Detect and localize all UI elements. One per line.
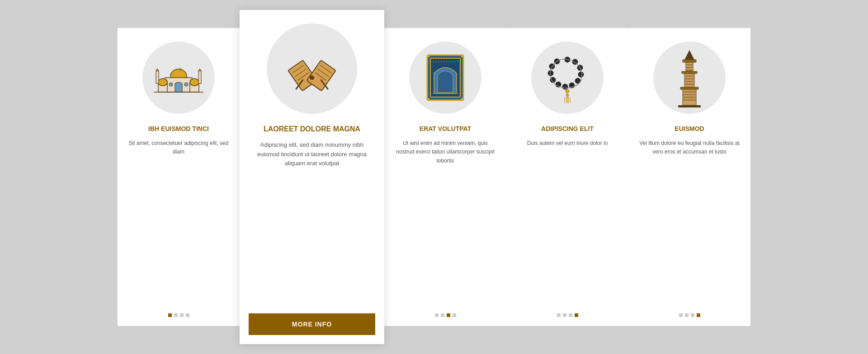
dot-3-2 [441, 313, 444, 317]
svg-rect-63 [684, 81, 694, 82]
card-1-title: IBH EUISMOD TINCI [148, 125, 209, 133]
svg-point-22 [310, 75, 314, 80]
minaret-icon [674, 48, 705, 107]
svg-point-10 [169, 83, 173, 86]
card-3-icon-circle [409, 42, 481, 114]
svg-rect-28 [461, 55, 463, 57]
card-5-dots [679, 313, 700, 317]
svg-line-52 [570, 97, 571, 102]
svg-rect-71 [678, 105, 701, 107]
svg-rect-30 [461, 98, 463, 100]
svg-rect-7 [198, 71, 201, 84]
dot-5-3 [691, 313, 694, 317]
card-2: LAOREET DOLORE MAGNA Adipiscing elit, se… [240, 10, 384, 344]
svg-rect-67 [683, 91, 696, 93]
dot-5-1 [679, 313, 683, 317]
card-2-text: Adipiscing elit, sed diam nonummy nibh e… [249, 140, 375, 304]
card-1-dots [168, 313, 189, 317]
card-5-icon-circle [653, 42, 726, 114]
card-4-title: ADIPISCING ELIT [541, 125, 594, 133]
dot-1-4 [186, 313, 189, 317]
svg-rect-58 [686, 70, 693, 71]
cards-container: ☽ IBH EUISMOD TINCI Sit amet, consectetu… [118, 19, 750, 335]
svg-point-39 [562, 84, 568, 89]
svg-point-5 [190, 79, 199, 86]
more-info-button[interactable]: MORE INFO [249, 313, 375, 335]
svg-rect-56 [686, 64, 693, 65]
dot-1-2 [174, 313, 178, 317]
card-3-dots [435, 313, 456, 317]
svg-point-46 [566, 89, 569, 93]
svg-point-36 [578, 72, 584, 77]
svg-line-51 [568, 97, 569, 103]
card-2-icon-circle [267, 23, 357, 114]
svg-text:☽: ☽ [178, 67, 182, 72]
dot-3-3 [447, 313, 450, 317]
dot-4-3 [569, 313, 572, 317]
svg-rect-27 [427, 55, 429, 57]
svg-rect-62 [684, 78, 694, 79]
dot-4-4 [575, 313, 578, 317]
dot-4-2 [563, 313, 566, 317]
dot-3-4 [453, 313, 456, 317]
svg-rect-70 [683, 99, 696, 101]
quran-icon [280, 44, 344, 93]
svg-point-47 [566, 94, 569, 97]
svg-line-48 [564, 97, 565, 102]
card-1-icon-circle: ☽ [142, 42, 215, 114]
dot-4-1 [557, 313, 561, 317]
card-5-title: EUISMOD [675, 125, 704, 133]
dot-1-1 [168, 313, 172, 317]
svg-marker-53 [685, 51, 694, 60]
prayer-mat-icon [425, 53, 466, 102]
card-4-dots [557, 313, 578, 317]
svg-rect-61 [684, 75, 694, 77]
svg-rect-59 [682, 71, 697, 74]
svg-rect-6 [156, 71, 159, 84]
card-3-title: ERAT VOLUTPAT [420, 125, 471, 133]
svg-point-11 [184, 83, 188, 86]
svg-line-49 [566, 97, 566, 103]
dot-5-2 [685, 313, 689, 317]
card-3: ERAT VOLUTPAT Ut wisi enim ad minim veni… [384, 28, 506, 326]
svg-rect-69 [683, 97, 696, 98]
svg-rect-57 [686, 67, 693, 68]
svg-rect-54 [683, 60, 696, 62]
svg-rect-29 [427, 98, 429, 100]
card-4-icon-circle [531, 42, 604, 114]
card-4-text: Duis autem vel eum iriure dolor in [527, 139, 608, 304]
card-2-title: LAOREET DOLORE MAGNA [264, 125, 360, 134]
card-1-text: Sit amet, consectetuer adipiscing elit, … [127, 139, 231, 304]
svg-point-4 [158, 79, 167, 86]
card-5-text: Vel illum dolore eu feugiat nulla facili… [637, 139, 741, 304]
svg-marker-8 [156, 69, 159, 71]
card-5: EUISMOD Vel illum dolore eu feugiat null… [628, 28, 750, 326]
svg-rect-65 [680, 87, 698, 89]
svg-rect-64 [684, 84, 694, 85]
svg-rect-68 [683, 94, 696, 95]
svg-rect-18 [307, 60, 336, 91]
svg-marker-9 [198, 69, 201, 71]
mosque-icon: ☽ [154, 57, 203, 98]
card-4: ADIPISCING ELIT Duis autem vel eum iriur… [506, 28, 628, 326]
card-1: ☽ IBH EUISMOD TINCI Sit amet, consectetu… [118, 28, 240, 326]
dot-1-3 [180, 313, 184, 317]
dot-3-1 [435, 313, 439, 317]
dot-5-4 [697, 313, 700, 317]
tasbih-icon [545, 48, 590, 107]
card-3-text: Ut wisi enim ad minim veniam, quis nostr… [393, 139, 497, 304]
